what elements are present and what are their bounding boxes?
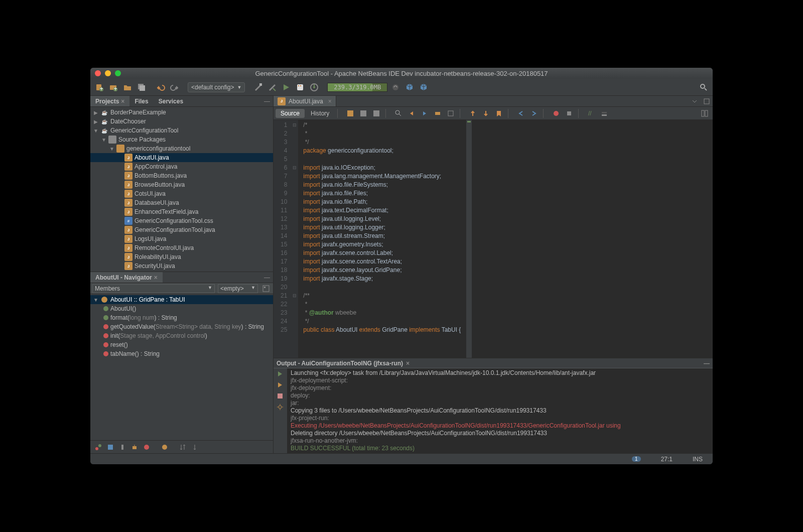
profile-button[interactable] xyxy=(308,81,320,93)
tree-row[interactable]: JAboutUI.java xyxy=(90,153,273,162)
close-icon[interactable]: × xyxy=(121,98,124,105)
nav-btn-6[interactable] xyxy=(160,442,170,452)
nav-member[interactable]: reset() xyxy=(90,340,273,349)
et-btn-3[interactable] xyxy=(370,108,382,119)
nav-member[interactable]: init(Stage stage, AppControl control) xyxy=(90,331,273,340)
notification-badge[interactable]: 1 xyxy=(632,456,641,462)
close-icon[interactable]: × xyxy=(406,360,410,367)
et-btn-1[interactable] xyxy=(344,108,356,119)
tree-row[interactable]: JRemoteControlUI.java xyxy=(90,243,273,252)
new-project-button[interactable]: + xyxy=(107,81,119,93)
run-button[interactable] xyxy=(280,81,292,93)
close-icon[interactable]: × xyxy=(154,274,158,281)
bookmark-toggle-icon[interactable] xyxy=(493,108,505,119)
nav-btn-5[interactable] xyxy=(142,442,152,452)
nav-btn-3[interactable] xyxy=(117,442,127,452)
et-btn-8[interactable] xyxy=(445,108,457,119)
tree-row[interactable]: JDatabaseUI.java xyxy=(90,198,273,207)
bookmark-next-icon[interactable] xyxy=(480,108,492,119)
tree-row[interactable]: ▼genericconfigurationtool xyxy=(90,144,273,153)
tree-row[interactable]: ▼☕GenericConfigurationTool xyxy=(90,126,273,135)
projects-tree[interactable]: ▶☕BorderPaneExample▶☕DateChooser▼☕Generi… xyxy=(90,107,273,272)
tab-files[interactable]: Files xyxy=(129,96,153,106)
source-view-button[interactable]: Source xyxy=(276,109,305,118)
nav-member[interactable]: AboutUI() xyxy=(90,304,273,313)
nav-sort2-icon[interactable] xyxy=(190,442,200,452)
nav-sort-icon[interactable] xyxy=(178,442,188,452)
redo-button[interactable] xyxy=(169,81,181,93)
build-button[interactable] xyxy=(252,81,264,93)
tree-row[interactable]: ▼Source Packages xyxy=(90,135,273,144)
rerun2-icon[interactable] xyxy=(277,381,285,389)
nav-class-header[interactable]: ▼ AboutUI :: GridPane : TabUI xyxy=(90,295,273,304)
error-strip[interactable] xyxy=(466,120,472,358)
tree-row[interactable]: ▶☕DateChooser xyxy=(90,117,273,126)
gc-button[interactable] xyxy=(389,81,401,93)
search-icon[interactable] xyxy=(698,81,710,93)
tab-services[interactable]: Services xyxy=(154,96,188,106)
code-editor[interactable]: 1234567891011121314151617181920212223242… xyxy=(274,120,713,358)
tree-row[interactable]: JRoleabilityUI.java xyxy=(90,252,273,261)
close-icon[interactable]: × xyxy=(328,98,332,105)
tab-navigator[interactable]: AboutUI - Navigator× xyxy=(90,272,163,283)
fold-column[interactable]: ⊟⊟⊟ xyxy=(291,120,298,358)
memory-indicator[interactable]: 239.3/319.0MB xyxy=(327,83,387,92)
minimize-panel-button[interactable]: — xyxy=(261,98,273,105)
tree-row[interactable]: JAppControl.java xyxy=(90,162,273,171)
split-icon[interactable] xyxy=(699,108,711,119)
debug-button[interactable] xyxy=(294,81,306,93)
tree-row[interactable]: JSecurityUI.java xyxy=(90,261,273,271)
settings-icon[interactable] xyxy=(277,404,285,412)
navigator-tree[interactable]: ▼ AboutUI :: GridPane : TabUI AboutUI()f… xyxy=(90,294,273,440)
new-file-button[interactable]: + xyxy=(93,81,105,93)
tree-row[interactable]: JCotsUI.java xyxy=(90,189,273,198)
macro-stop-icon[interactable] xyxy=(563,108,575,119)
rerun-icon[interactable] xyxy=(277,370,285,378)
comment-icon[interactable]: // xyxy=(585,108,597,119)
tree-row[interactable]: JBrowseButton.java xyxy=(90,180,273,189)
find-icon[interactable] xyxy=(392,108,405,119)
nav-fwd-icon[interactable] xyxy=(528,108,540,119)
next-icon[interactable] xyxy=(419,108,431,119)
cube1-icon[interactable] xyxy=(404,81,416,93)
config-selector[interactable]: <default config>▼ xyxy=(188,82,245,92)
history-view-button[interactable]: History xyxy=(306,109,334,118)
nav-back-icon[interactable] xyxy=(515,108,527,119)
minimize-panel-button[interactable]: — xyxy=(261,274,273,281)
nav-btn-4[interactable] xyxy=(129,442,140,452)
editor-menu-icon[interactable] xyxy=(689,95,701,107)
filter-selector[interactable]: <empty>▼ xyxy=(218,284,258,293)
tree-row[interactable]: JGenericConfigurationTool.java xyxy=(90,225,273,234)
members-selector[interactable]: Members▼ xyxy=(92,284,215,293)
clean-build-button[interactable] xyxy=(266,81,278,93)
editor-tab-aboutui[interactable]: J AboutUI.java × xyxy=(274,96,336,106)
macro-record-icon[interactable] xyxy=(550,108,562,119)
tree-row[interactable]: JEnhancedTextField.java xyxy=(90,207,273,216)
editor-max-icon[interactable] xyxy=(701,95,713,107)
uncomment-icon[interactable] xyxy=(598,108,610,119)
highlight-icon[interactable] xyxy=(432,108,444,119)
tree-row[interactable]: JLogsUI.java xyxy=(90,234,273,243)
tree-row[interactable]: ▶☕BorderPaneExample xyxy=(90,108,273,117)
output-text[interactable]: Launching <fx:deploy> task from /Library… xyxy=(288,368,713,453)
code-content[interactable]: /* * */package genericconfigurationtool;… xyxy=(298,120,466,358)
open-project-button[interactable] xyxy=(121,81,133,93)
cube2-icon[interactable] xyxy=(418,81,430,93)
bookmark-prev-icon[interactable] xyxy=(467,108,479,119)
svg-point-19 xyxy=(95,447,98,450)
nav-member[interactable]: getQuotedValue(Stream<String> data, Stri… xyxy=(90,322,273,331)
tab-projects[interactable]: Projects× xyxy=(90,96,129,106)
tree-row[interactable]: JBottomButtons.java xyxy=(90,171,273,180)
prev-icon[interactable] xyxy=(406,108,418,119)
nav-btn-2[interactable] xyxy=(105,442,115,452)
undo-button[interactable] xyxy=(155,81,167,93)
nav-member[interactable]: format(long num) : String xyxy=(90,313,273,322)
minimize-panel-button[interactable]: — xyxy=(704,360,710,367)
nav-btn-1[interactable] xyxy=(93,442,103,452)
tree-row[interactable]: #GenericConfigurationTool.css xyxy=(90,216,273,225)
save-all-button[interactable] xyxy=(136,81,148,93)
et-btn-2[interactable] xyxy=(357,108,369,119)
stop-icon[interactable] xyxy=(277,392,285,401)
nav-filter-icon[interactable] xyxy=(261,284,271,294)
nav-member[interactable]: tabName() : String xyxy=(90,349,273,358)
